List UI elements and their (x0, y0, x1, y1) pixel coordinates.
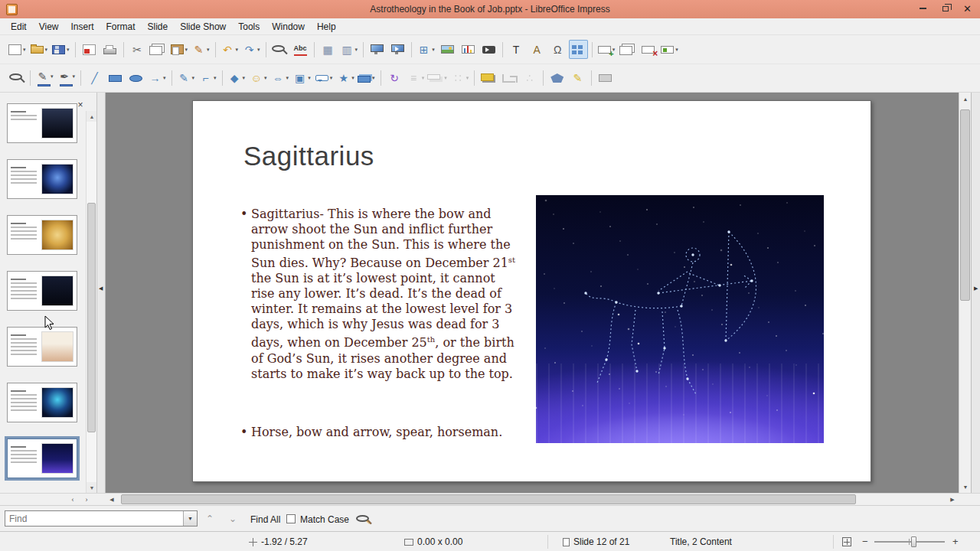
line-color-dropdown-caret[interactable]: ▾ (51, 73, 54, 80)
scroll-down-icon[interactable]: ▼ (959, 481, 972, 493)
connectors-dropdown-caret[interactable]: ▾ (214, 75, 217, 81)
start-from-current-slide-button[interactable] (388, 40, 407, 59)
open-document-button[interactable]: ▾ (29, 40, 50, 59)
match-case-checkbox[interactable] (286, 514, 296, 523)
insert-line-button[interactable]: ╱ (85, 69, 104, 88)
3d-objects-button[interactable]: ▾ (358, 69, 377, 88)
insert-table-button[interactable]: ⊞▾ (416, 40, 436, 59)
stars-and-banners-button[interactable]: ★▾ (335, 69, 356, 88)
undo-button[interactable]: ↶▾ (220, 40, 240, 59)
panel-scroll-up-icon[interactable]: ▲ (87, 111, 97, 122)
find-input[interactable] (5, 511, 183, 526)
panel-splitter[interactable]: ◀ (97, 93, 106, 493)
insert-table-dropdown-caret[interactable]: ▾ (432, 47, 435, 53)
duplicate-slide-button[interactable] (618, 40, 637, 59)
new-slide-button[interactable]: ▾ (596, 40, 617, 59)
display-grid-button[interactable]: ▦ (318, 40, 338, 59)
menu-item-insert[interactable]: Insert (64, 19, 100, 34)
block-arrows-dropdown-caret[interactable]: ▾ (286, 75, 289, 81)
expand-sidebar-icon[interactable]: ▶ (974, 285, 978, 292)
cut-button[interactable]: ✂ (128, 40, 147, 59)
slide-properties-dropdown-caret[interactable]: ▾ (675, 47, 678, 53)
callout-shapes-dropdown-caret[interactable]: ▾ (330, 75, 333, 81)
menu-item-tools[interactable]: Tools (232, 19, 266, 34)
insert-special-character-button[interactable]: Ω (548, 40, 567, 59)
find-next-button[interactable]: ⌄ (224, 511, 242, 527)
slide-properties-button[interactable]: ▾ (659, 40, 680, 59)
open-document-dropdown-caret[interactable]: ▾ (45, 47, 48, 53)
shadow-button[interactable] (479, 69, 498, 88)
panel-scrollbar-thumb[interactable] (87, 203, 96, 432)
slide-title[interactable]: Sagittarius (243, 141, 374, 171)
slide-thumbnail-5[interactable] (7, 327, 77, 367)
align-objects-button[interactable]: ≡▾ (406, 69, 426, 88)
stars-and-banners-dropdown-caret[interactable]: ▾ (351, 75, 354, 81)
zoom-in-button[interactable]: + (952, 536, 959, 547)
zoom-slider[interactable] (874, 541, 945, 543)
menu-item-window[interactable]: Window (266, 19, 311, 34)
snap-lines-dropdown-caret[interactable]: ▾ (355, 47, 358, 53)
panel-scrollbar[interactable]: ▲ ▼ (86, 111, 96, 493)
vertical-scrollbar-thumb[interactable] (960, 109, 970, 301)
curves-and-polygons-dropdown-caret[interactable]: ▾ (192, 75, 195, 81)
vertical-scrollbar[interactable]: ▲ ▼ (959, 93, 971, 493)
flowchart-shapes-button[interactable]: ▣▾ (292, 69, 312, 88)
panel-scroll-left-icon[interactable]: ‹ (67, 494, 78, 506)
collapse-panel-icon[interactable]: ◀ (99, 285, 103, 292)
start-from-first-slide-button[interactable] (368, 40, 387, 59)
rectangle-button[interactable] (106, 69, 125, 88)
horizontal-scrollbar-thumb[interactable] (121, 494, 856, 504)
slide-thumbnail-6[interactable] (7, 383, 77, 422)
find-and-replace-button[interactable] (270, 40, 289, 59)
redo-dropdown-caret[interactable]: ▾ (257, 47, 260, 53)
scroll-right-icon[interactable]: ▶ (946, 494, 959, 506)
slide-thumbnail-4[interactable] (7, 271, 77, 311)
find-and-replace-button[interactable]: ✎ (354, 512, 374, 527)
save-button[interactable]: ▾ (51, 40, 71, 59)
menu-item-edit[interactable]: Edit (5, 19, 33, 34)
rotate-button[interactable]: ↻ (385, 69, 404, 88)
zoom-out-button[interactable]: − (862, 536, 868, 547)
polygon-button[interactable] (547, 69, 567, 88)
scroll-left-icon[interactable]: ◀ (106, 494, 118, 506)
arrange-objects-dropdown-caret[interactable]: ▾ (444, 75, 447, 81)
minimize-button[interactable] (912, 0, 934, 17)
insert-chart-button[interactable] (459, 40, 478, 59)
zoom-button[interactable] (7, 69, 26, 88)
distribute-objects-button[interactable]: ∷▾ (450, 69, 471, 88)
slide-thumbnail-3[interactable] (7, 215, 77, 255)
crop-image-button[interactable] (499, 69, 518, 88)
glue-points-button[interactable]: ✎ (568, 69, 587, 88)
symbol-shapes-dropdown-caret[interactable]: ▾ (264, 75, 267, 81)
flowchart-shapes-dropdown-caret[interactable]: ▾ (308, 75, 311, 81)
curves-and-polygons-button[interactable]: ✎▾ (176, 69, 197, 88)
slide-thumbnail-1[interactable] (7, 103, 77, 143)
horizontal-scrollbar[interactable]: ◀ ▶ (106, 494, 959, 506)
line-color-button[interactable]: ✎▾ (34, 69, 55, 88)
insert-media-button[interactable] (479, 40, 498, 59)
ellipse-button[interactable] (126, 69, 145, 88)
close-button[interactable]: ✕ (956, 0, 978, 17)
slide-thumbnail-2[interactable] (7, 159, 77, 199)
arrange-objects-button[interactable]: ▾ (427, 69, 449, 88)
callout-shapes-button[interactable]: ▾ (314, 69, 335, 88)
align-objects-dropdown-caret[interactable]: ▾ (422, 75, 425, 81)
panel-close-button[interactable]: × (75, 99, 86, 110)
lines-and-arrows-button[interactable]: →▾ (147, 69, 168, 88)
toggle-extrusion-button[interactable] (596, 69, 615, 88)
save-dropdown-caret[interactable]: ▾ (67, 47, 70, 53)
lines-and-arrows-dropdown-caret[interactable]: ▾ (163, 75, 166, 81)
clone-formatting-dropdown-caret[interactable]: ▾ (207, 47, 210, 53)
panel-scroll-down-icon[interactable]: ▼ (87, 482, 97, 493)
sagittarius-constellation-image[interactable] (536, 195, 824, 443)
symbol-shapes-button[interactable]: ☺▾ (248, 69, 269, 88)
menu-item-view[interactable]: View (33, 19, 65, 34)
slide-body-text[interactable]: • Sagittarius- This is where the bow and… (240, 207, 522, 440)
scroll-up-icon[interactable]: ▲ (959, 93, 972, 105)
edit-points-button[interactable]: ∴ (520, 69, 539, 88)
panel-scroll-right-icon[interactable]: › (81, 494, 92, 506)
insert-fontwork-button[interactable]: A (528, 40, 547, 59)
fill-color-dropdown-caret[interactable]: ▾ (73, 73, 76, 80)
find-all-button[interactable]: Find All (250, 514, 280, 525)
insert-image-button[interactable] (438, 40, 457, 59)
